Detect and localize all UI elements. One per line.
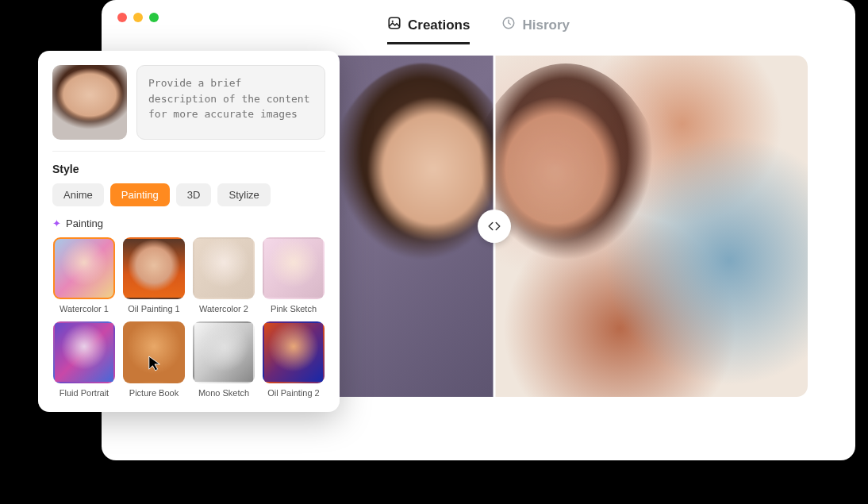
style-preset-picture-book[interactable]: Picture Book xyxy=(122,321,186,398)
preset-thumb xyxy=(123,237,185,299)
style-category-tabs: Anime Painting 3D Stylize xyxy=(52,183,325,206)
tab-history[interactable]: Hisrory xyxy=(501,16,570,44)
style-header: ✦ Painting xyxy=(52,217,325,229)
preset-label: Pink Sketch xyxy=(262,304,325,314)
style-tab-painting[interactable]: Painting xyxy=(110,183,170,206)
preset-label: Oil Painting 1 xyxy=(122,304,186,314)
reference-thumbnail[interactable] xyxy=(52,65,127,140)
preset-thumb xyxy=(193,237,255,299)
minimize-window-button[interactable] xyxy=(133,13,143,22)
preset-thumb xyxy=(193,321,255,383)
comparison-slider-handle[interactable] xyxy=(478,210,511,243)
top-tabs: Creations Hisrory xyxy=(102,0,855,56)
style-preset-grid: Watercolor 1 Oil Painting 1 Watercolor 2… xyxy=(52,237,325,398)
svg-rect-0 xyxy=(389,17,400,29)
preset-label: Watercolor 2 xyxy=(192,304,255,314)
preset-thumb xyxy=(53,237,115,299)
style-tab-stylize[interactable]: Stylize xyxy=(217,183,270,206)
maximize-window-button[interactable] xyxy=(149,13,159,22)
preset-thumb xyxy=(263,321,325,383)
preview-stylized xyxy=(494,56,808,397)
style-tab-anime[interactable]: Anime xyxy=(52,183,104,206)
window-controls xyxy=(117,13,159,22)
preset-thumb xyxy=(263,237,325,299)
style-header-label: Painting xyxy=(66,217,103,229)
svg-point-1 xyxy=(392,21,394,22)
style-preset-fluid-portrait[interactable]: Fluid Portrait xyxy=(52,321,116,398)
preset-label: Oil Painting 2 xyxy=(262,388,325,398)
preset-thumb xyxy=(123,321,185,383)
divider xyxy=(52,151,325,152)
style-tab-3d[interactable]: 3D xyxy=(176,183,212,206)
tab-creations-label: Creations xyxy=(408,17,470,33)
history-icon xyxy=(501,16,516,34)
preset-thumb xyxy=(53,321,115,383)
prompt-row xyxy=(52,65,325,140)
style-preset-pink-sketch[interactable]: Pink Sketch xyxy=(262,237,325,314)
style-preset-watercolor-1[interactable]: Watercolor 1 xyxy=(52,237,116,314)
style-panel: Style Anime Painting 3D Stylize ✦ Painti… xyxy=(38,51,340,412)
tab-creations[interactable]: Creations xyxy=(387,16,470,44)
preset-label: Fluid Portrait xyxy=(52,388,116,398)
style-preset-watercolor-2[interactable]: Watercolor 2 xyxy=(192,237,255,314)
style-preset-oil-painting-1[interactable]: Oil Painting 1 xyxy=(122,237,186,314)
creations-icon xyxy=(387,16,401,34)
preset-label: Picture Book xyxy=(122,388,186,398)
preset-label: Watercolor 1 xyxy=(52,304,116,314)
sparkle-icon: ✦ xyxy=(52,217,61,229)
close-window-button[interactable] xyxy=(117,13,127,22)
preset-label: Mono Sketch xyxy=(192,388,255,398)
style-preset-oil-painting-2[interactable]: Oil Painting 2 xyxy=(262,321,325,398)
prompt-input[interactable] xyxy=(136,65,325,140)
tab-history-label: Hisrory xyxy=(522,17,570,33)
style-section-label: Style xyxy=(52,163,325,175)
style-preset-mono-sketch[interactable]: Mono Sketch xyxy=(192,321,255,398)
